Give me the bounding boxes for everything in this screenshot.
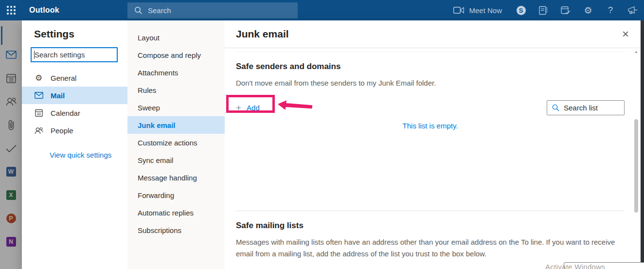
settings-item-label: Calendar [51, 109, 80, 117]
rail-files-button[interactable] [0, 119, 22, 131]
mail-icon [34, 92, 43, 99]
search-list-input[interactable] [564, 104, 617, 112]
settings-item-mail[interactable]: Mail [22, 87, 127, 104]
app-title[interactable]: Outlook [29, 6, 59, 15]
rail-people-button[interactable] [0, 96, 22, 108]
nav-item-compose-and-reply[interactable]: Compose and reply [127, 46, 225, 64]
people-icon [34, 127, 43, 134]
add-safe-sender-button[interactable]: + Add [236, 103, 260, 112]
scrollbar-thumb[interactable] [634, 119, 638, 213]
settings-item-general[interactable]: ⚙ General [22, 69, 127, 87]
app-launcher-button[interactable] [0, 0, 22, 20]
calendar-icon [34, 109, 43, 117]
nav-item-automatic-replies[interactable]: Automatic replies [127, 204, 225, 221]
section-divider [236, 211, 625, 211]
settings-item-people[interactable]: People [22, 122, 127, 139]
global-search-input[interactable] [148, 6, 274, 15]
safe-senders-heading: Safe senders and domains [236, 62, 625, 72]
content-scrollbar[interactable]: ▲ [633, 49, 640, 269]
rail-powerpoint-button[interactable]: P [0, 213, 22, 224]
nav-item-sweep[interactable]: Sweep [127, 99, 225, 116]
nav-item-customize-actions[interactable]: Customize actions [127, 134, 225, 151]
panel-title: Junk email [236, 28, 289, 40]
settings-section-list: ⚙ General Mail [22, 69, 127, 139]
nav-item-rules[interactable]: Rules [127, 81, 225, 99]
safe-mailing-description: Messages with mailing lists often have a… [236, 236, 625, 259]
megaphone-icon [628, 6, 638, 14]
settings-dialog: Settings ⚙ General Mail [22, 20, 641, 269]
calendar-icon [6, 73, 16, 83]
help-icon: ? [608, 5, 613, 16]
meet-now-label: Meet Now [469, 6, 502, 15]
dimmed-backdrop [641, 20, 644, 269]
global-search[interactable] [127, 2, 298, 18]
nav-item-sync-email[interactable]: Sync email [127, 151, 225, 169]
panel-header: Junk email × [225, 20, 641, 48]
add-button-label: Add [247, 104, 260, 112]
search-icon [134, 6, 143, 15]
rail-calendar-button[interactable] [0, 72, 22, 84]
whats-new-button[interactable] [622, 0, 644, 20]
onenote-icon: N [6, 237, 16, 247]
onenote-feed-icon [539, 6, 548, 15]
search-icon [552, 104, 559, 111]
rail-todo-button[interactable] [0, 143, 22, 154]
topbar-actions: Meet Now S ⚙ ? [446, 0, 644, 20]
rail-selection-indicator [1, 26, 2, 45]
empty-list-text: This list is empty. [236, 122, 625, 130]
settings-search-input[interactable] [35, 51, 112, 59]
panel-body: Safe senders and domains Don't move emai… [225, 48, 641, 269]
rail-mail-button[interactable] [0, 49, 22, 60]
nav-item-attachments[interactable]: Attachments [127, 64, 225, 81]
scroll-up-icon[interactable]: ▲ [633, 50, 640, 54]
checkmark-icon [5, 144, 17, 152]
my-day-button[interactable] [555, 0, 577, 20]
mail-settings-nav: Layout Compose and reply Attachments Rul… [127, 20, 225, 269]
settings-title: Settings [34, 28, 127, 40]
nav-item-subscriptions[interactable]: Subscriptions [127, 221, 225, 239]
settings-item-label: Mail [51, 91, 65, 100]
safe-senders-description: Don't move email from these senders to m… [236, 77, 625, 89]
nav-item-layout[interactable]: Layout [127, 29, 225, 46]
word-icon: W [6, 167, 16, 177]
video-camera-icon [453, 7, 464, 14]
paperclip-icon [8, 119, 15, 131]
settings-gear-button[interactable]: ⚙ [577, 0, 599, 20]
skype-icon: S [517, 6, 526, 15]
skype-button[interactable]: S [510, 0, 532, 20]
nav-item-junk-email[interactable]: Junk email [127, 116, 225, 134]
gear-icon: ⚙ [584, 6, 592, 15]
plus-icon: + [236, 103, 241, 112]
search-list-box[interactable] [547, 100, 625, 115]
settings-item-label: People [51, 126, 73, 135]
app-rail: W X P N [0, 20, 22, 269]
settings-sidebar: Settings ⚙ General Mail [22, 20, 127, 269]
gear-icon: ⚙ [34, 73, 43, 83]
close-icon[interactable]: × [622, 28, 629, 40]
safe-mailing-heading: Safe mailing lists [236, 221, 625, 231]
nav-item-forwarding[interactable]: Forwarding [127, 186, 225, 204]
junk-email-panel: Junk email × Safe senders and domains Do… [225, 20, 641, 269]
app-launcher-icon [7, 6, 16, 15]
powerpoint-icon: P [6, 214, 16, 223]
topbar: Outlook Meet Now S [0, 0, 644, 20]
help-button[interactable]: ? [599, 0, 622, 20]
meet-now-button[interactable]: Meet Now [446, 0, 510, 20]
excel-icon: X [6, 190, 16, 200]
rail-onenote-button[interactable]: N [0, 236, 22, 248]
settings-search-box[interactable] [31, 47, 118, 62]
settings-item-calendar[interactable]: Calendar [22, 104, 127, 122]
mail-icon [6, 51, 17, 59]
safe-senders-actions: + Add [236, 100, 625, 115]
view-quick-settings-link[interactable]: View quick settings [50, 151, 111, 159]
rail-word-button[interactable]: W [0, 166, 22, 178]
rail-excel-button[interactable]: X [0, 189, 22, 201]
people-icon [6, 97, 17, 106]
activate-windows-watermark: Activate Windows [545, 263, 605, 269]
nav-item-message-handling[interactable]: Message handling [127, 169, 225, 186]
calendar-check-icon [561, 6, 571, 15]
scroll-top-divider [236, 52, 625, 52]
settings-item-label: General [51, 74, 76, 82]
onenote-feed-button[interactable] [532, 0, 555, 20]
